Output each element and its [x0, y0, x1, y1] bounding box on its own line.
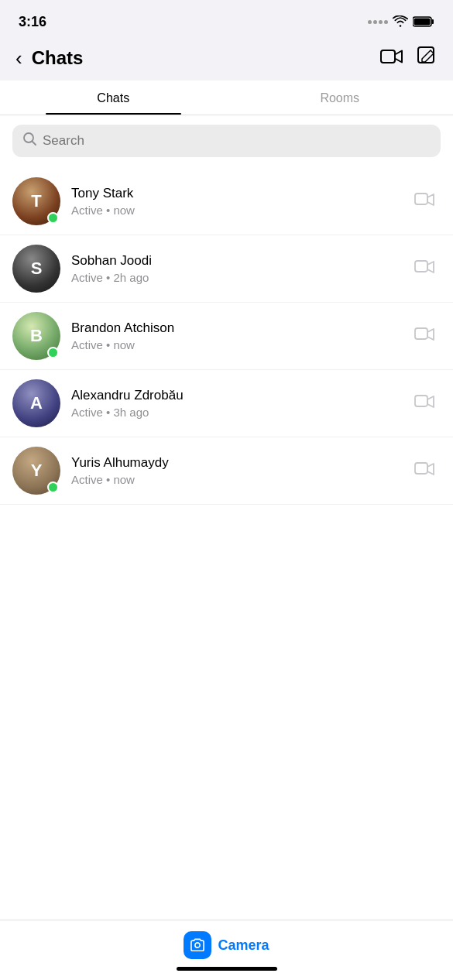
home-indicator: [177, 967, 277, 971]
avatar: Y: [12, 447, 60, 495]
chat-camera-button[interactable]: [408, 185, 441, 218]
chat-info: Brandon Atchison Active • now: [71, 320, 408, 351]
search-input[interactable]: [43, 133, 430, 149]
svg-rect-3: [381, 50, 395, 63]
header: ‹ Chats: [0, 39, 453, 81]
chat-status: Active • now: [71, 473, 408, 486]
chat-camera-button[interactable]: [408, 320, 441, 352]
search-section: [0, 115, 453, 168]
status-time: 3:16: [19, 14, 46, 30]
avatar: A: [12, 379, 60, 427]
list-item[interactable]: A Alexandru Zdrobău Active • 3h ago: [0, 370, 453, 437]
tabs: Chats Rooms: [0, 81, 453, 115]
chat-name: Alexandru Zdrobău: [71, 388, 408, 403]
svg-rect-1: [432, 19, 434, 24]
status-icons: [368, 15, 434, 28]
search-icon: [23, 132, 36, 149]
svg-rect-10: [415, 396, 427, 406]
chat-info: Tony Stark Active • now: [71, 186, 408, 217]
svg-line-6: [33, 142, 36, 146]
chat-info: Sobhan Joodi Active • 2h ago: [71, 253, 408, 284]
chat-camera-button[interactable]: [408, 252, 441, 285]
svg-rect-2: [414, 19, 431, 26]
empty-space: [0, 712, 453, 920]
chat-name: Sobhan Joodi: [71, 253, 408, 269]
chat-info: Yuris Alhumaydy Active • now: [71, 455, 408, 486]
chat-status: Active • now: [71, 204, 408, 217]
back-button[interactable]: ‹: [15, 45, 29, 71]
avatar: B: [12, 312, 60, 360]
wifi-icon: [393, 15, 408, 28]
status-bar: 3:16: [0, 0, 453, 39]
video-call-button[interactable]: [380, 48, 403, 68]
tab-chats[interactable]: Chats: [0, 81, 227, 115]
header-left: ‹ Chats: [15, 45, 83, 71]
chat-status: Active • 2h ago: [71, 271, 408, 284]
list-item[interactable]: T Tony Stark Active • now: [0, 168, 453, 235]
camera-label: Camera: [218, 937, 269, 954]
list-item[interactable]: B Brandon Atchison Active • now: [0, 303, 453, 370]
svg-rect-11: [415, 463, 427, 474]
online-indicator: [47, 347, 59, 358]
camera-icon-wrap: [184, 931, 211, 959]
search-bar[interactable]: [12, 125, 441, 157]
chat-camera-button[interactable]: [408, 454, 441, 487]
list-item[interactable]: S Sobhan Joodi Active • 2h ago: [0, 235, 453, 303]
online-indicator: [47, 212, 59, 224]
chat-info: Alexandru Zdrobău Active • 3h ago: [71, 388, 408, 419]
chat-name: Brandon Atchison: [71, 320, 408, 336]
avatar: T: [12, 177, 60, 225]
chat-list: T Tony Stark Active • now S Sobhan Joodi…: [0, 168, 453, 712]
online-indicator: [47, 481, 59, 493]
chat-camera-button[interactable]: [408, 387, 441, 420]
list-item[interactable]: Y Yuris Alhumaydy Active • now: [0, 437, 453, 505]
signal-icon: [368, 20, 388, 24]
tab-rooms[interactable]: Rooms: [227, 81, 454, 115]
chat-status: Active • now: [71, 338, 408, 351]
bottom-bar: Camera: [0, 920, 453, 980]
svg-rect-8: [415, 261, 427, 272]
chat-name: Tony Stark: [71, 186, 408, 201]
battery-icon: [413, 16, 434, 27]
compose-button[interactable]: [417, 46, 438, 70]
page-title: Chats: [32, 47, 84, 69]
camera-button[interactable]: Camera: [184, 931, 269, 959]
chat-name: Yuris Alhumaydy: [71, 455, 408, 471]
svg-rect-9: [415, 328, 427, 339]
header-actions: [380, 46, 438, 70]
svg-point-12: [195, 943, 200, 947]
svg-rect-7: [415, 194, 427, 204]
chat-status: Active • 3h ago: [71, 406, 408, 419]
avatar: S: [12, 245, 60, 293]
